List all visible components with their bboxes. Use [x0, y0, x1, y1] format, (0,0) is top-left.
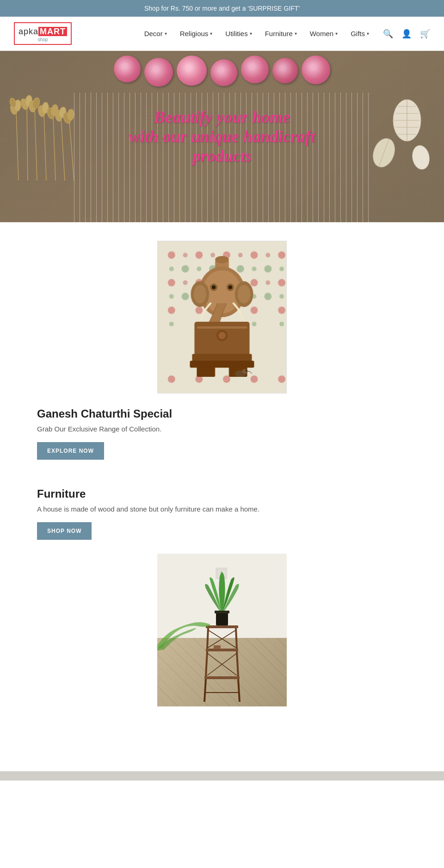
svg-point-83 — [223, 375, 230, 383]
flower-7 — [302, 56, 330, 84]
svg-point-37 — [195, 251, 203, 259]
palm-leaf — [157, 621, 215, 653]
flower-2 — [144, 58, 173, 87]
svg-point-72 — [195, 306, 203, 314]
svg-point-76 — [169, 322, 174, 326]
svg-point-36 — [183, 253, 188, 257]
nav-label-women: Women — [310, 30, 333, 37]
hero-text-container: Beautify your home with our unique handi… — [129, 107, 315, 166]
hero-line2: with our unique handicraft — [129, 127, 315, 146]
svg-point-43 — [278, 251, 285, 259]
furniture-image — [157, 554, 287, 706]
nav-item-gifts[interactable]: Gifts ▾ — [351, 30, 369, 37]
svg-point-54 — [183, 281, 188, 285]
svg-point-59 — [251, 279, 258, 287]
svg-point-40 — [238, 253, 243, 257]
chevron-down-icon: ▾ — [210, 31, 212, 36]
nav-label-gifts: Gifts — [351, 30, 365, 37]
svg-line-126 — [204, 679, 206, 702]
shop-now-button[interactable]: SHOP NOW — [37, 522, 92, 540]
nav-item-decor[interactable]: Decor ▾ — [144, 30, 167, 37]
logo[interactable]: apkaMART shop — [14, 22, 72, 45]
svg-line-7 — [35, 109, 37, 181]
wheat-decoration — [9, 88, 83, 181]
login-button[interactable]: 👤 — [401, 29, 412, 39]
svg-point-79 — [252, 322, 257, 326]
svg-point-88 — [215, 256, 229, 263]
svg-line-122 — [237, 651, 238, 676]
svg-point-44 — [169, 267, 174, 271]
svg-point-104 — [218, 332, 226, 339]
svg-point-31 — [411, 144, 431, 170]
explore-now-button[interactable]: EXPLORE NOW — [37, 442, 104, 460]
svg-line-4 — [27, 106, 28, 181]
svg-point-50 — [252, 267, 257, 271]
svg-point-62 — [169, 294, 174, 299]
furniture-subtitle: A house is made of wood and stone but on… — [37, 505, 407, 513]
svg-point-109 — [246, 370, 247, 371]
flower-6 — [272, 58, 298, 83]
cart-button[interactable]: 🛒 — [420, 29, 430, 39]
header-icons: 🔍 👤 🛒 — [383, 29, 430, 39]
svg-point-38 — [210, 253, 215, 257]
hero-line1: Beautify your home — [129, 107, 315, 127]
svg-point-97 — [193, 285, 206, 304]
svg-point-69 — [264, 293, 271, 300]
nav-label-furniture: Furniture — [265, 30, 293, 37]
svg-line-117 — [236, 628, 237, 649]
svg-line-16 — [61, 118, 65, 181]
main-content: Ganesh Chaturthi Special Grab Our Exclus… — [0, 222, 444, 753]
svg-point-53 — [168, 279, 175, 287]
svg-point-94 — [228, 285, 232, 289]
chevron-down-icon: ▾ — [250, 31, 252, 36]
nav-item-utilities[interactable]: Utilities ▾ — [225, 30, 252, 37]
svg-point-49 — [237, 265, 244, 273]
chevron-down-icon: ▾ — [335, 31, 338, 36]
flower-3 — [177, 56, 207, 86]
svg-point-75 — [278, 306, 285, 314]
svg-point-51 — [264, 265, 271, 273]
nav-label-utilities: Utilities — [225, 30, 247, 37]
search-button[interactable]: 🔍 — [383, 29, 393, 39]
svg-point-71 — [168, 306, 175, 314]
flower-4 — [210, 59, 237, 86]
svg-point-61 — [278, 279, 285, 287]
nav-item-furniture[interactable]: Furniture ▾ — [265, 30, 297, 37]
svg-rect-105 — [197, 365, 215, 377]
nav-label-decor: Decor — [144, 30, 163, 37]
svg-line-127 — [238, 679, 240, 702]
room-scene — [157, 554, 287, 706]
chevron-down-icon: ▾ — [295, 31, 297, 36]
svg-point-41 — [251, 251, 258, 259]
flower-1 — [114, 56, 141, 82]
chevron-down-icon: ▾ — [367, 31, 369, 36]
svg-rect-123 — [204, 676, 240, 679]
logo-subtext: shop — [38, 37, 48, 42]
user-icon: 👤 — [401, 29, 412, 38]
hero-banner: Beautify your home with our unique handi… — [0, 51, 444, 222]
svg-point-21 — [67, 109, 74, 120]
nav-item-women[interactable]: Women ▾ — [310, 30, 338, 37]
svg-point-80 — [279, 322, 284, 326]
main-nav: Decor ▾ Religious ▾ Utilities ▾ Furnitur… — [144, 30, 369, 37]
nav-label-religious: Religious — [180, 30, 209, 37]
svg-point-70 — [279, 294, 284, 299]
svg-point-63 — [182, 293, 189, 300]
ganesh-subtitle: Grab Our Exclusive Range of Collection. — [37, 425, 407, 433]
svg-point-98 — [238, 285, 251, 304]
flower-5 — [241, 56, 269, 83]
footer-bar — [0, 771, 444, 781]
svg-point-52 — [279, 267, 284, 271]
svg-line-19 — [69, 120, 74, 181]
svg-point-46 — [197, 267, 201, 271]
ganesh-image — [157, 241, 287, 393]
svg-line-0 — [16, 111, 18, 181]
svg-point-45 — [182, 265, 189, 273]
svg-point-84 — [251, 375, 258, 383]
search-icon: 🔍 — [383, 29, 393, 38]
svg-point-93 — [212, 285, 216, 289]
ganesh-pattern-svg — [158, 241, 286, 393]
announcement-bar: Shop for Rs. 750 or more and get a 'SURP… — [0, 0, 444, 17]
hero-flowers — [0, 56, 444, 87]
nav-item-religious[interactable]: Religious ▾ — [180, 30, 213, 37]
